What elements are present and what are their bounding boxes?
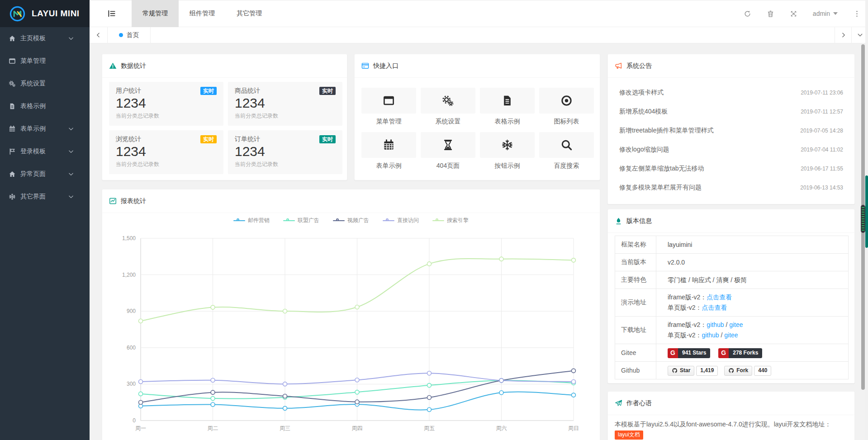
svg-text:周四: 周四 [352, 425, 363, 431]
home-icon [9, 35, 16, 42]
announcement-row: 修复左侧菜单缩放tab无法移动 2019-06-17 11:55 [615, 159, 848, 178]
window-scrollbar[interactable] [865, 0, 868, 440]
main-content: 数据统计 用户统计 实时 1234 当前分类总记录数 商品统计 实时 1234 … [90, 43, 868, 440]
announcement-text: 修改logo缩放问题 [619, 146, 669, 154]
stat-label: 订单统计 [235, 135, 260, 143]
sidebar-item-登录模板[interactable]: 登录模板 [0, 140, 90, 163]
quick-entry-菜单管理[interactable]: 菜单管理 [361, 88, 416, 126]
quick-entry-表单示例[interactable]: 表单示例 [361, 132, 416, 170]
topbar: 常规管理组件管理其它管理 admin [90, 0, 868, 27]
sidebar-item-label: 登录模板 [20, 147, 74, 156]
sidebar: LAYUI MINI 主页模板 菜单管理 系统设置 表格示例 表单示例 登录模板 [0, 0, 90, 440]
demo-link-iframe[interactable]: 点击查看 [707, 293, 732, 301]
author-header: 作者心语 [608, 392, 854, 415]
quick-entry-404页面[interactable]: 404页面 [421, 132, 475, 170]
sidebar-item-其它界面[interactable]: 其它界面 [0, 185, 90, 208]
sidebar-item-表格示例[interactable]: 表格示例 [0, 95, 90, 118]
snowflake-icon [501, 139, 513, 151]
sidebar-item-label: 系统设置 [20, 80, 74, 88]
content-scrollbar[interactable] [861, 44, 865, 390]
topnav: 常规管理组件管理其它管理 [132, 0, 273, 27]
sidebar-item-主页模板[interactable]: 主页模板 [0, 27, 90, 50]
demo-link-spa[interactable]: 点击查看 [702, 304, 727, 311]
quick-entry-表格示例[interactable]: 表格示例 [480, 88, 535, 126]
table-row: Github Star 1,419 Fork 440 [615, 362, 849, 379]
refresh-icon[interactable] [744, 10, 751, 18]
announcement-row: 修改logo缩放问题 2019-07-04 11:02 [615, 140, 848, 159]
sidebar-item-表单示例[interactable]: 表单示例 [0, 118, 90, 140]
fire-icon [615, 217, 622, 225]
tabbar: 首页 [90, 27, 868, 43]
quick-entry-header: 快捷入口 [355, 54, 600, 78]
card-title: 作者心语 [626, 399, 652, 407]
line-chart-icon [109, 197, 117, 205]
quick-entry-label: 菜单管理 [376, 118, 402, 126]
topnav-tab[interactable]: 组件管理 [179, 0, 226, 27]
sidebar-toggle-icon[interactable] [107, 9, 116, 18]
fullscreen-icon[interactable] [790, 10, 797, 18]
quick-entry-系统设置[interactable]: 系统设置 [421, 88, 475, 126]
quick-entry-label: 图标列表 [554, 118, 579, 126]
stat-badge: 实时 [319, 135, 336, 143]
announcement-text: 新增treetable插件和菜单管理样式 [619, 127, 713, 135]
stat-description: 当前分类总记录数 [116, 161, 217, 168]
gitee-forks-badge[interactable]: G278 Forks [718, 348, 762, 358]
download-gitee-link[interactable]: gitee [729, 321, 743, 328]
sidebar-item-label: 表格示例 [20, 102, 74, 110]
sidebar-menu: 主页模板 菜单管理 系统设置 表格示例 表单示例 登录模板 [0, 27, 90, 208]
svg-text:900: 900 [127, 308, 136, 314]
github-star-button[interactable]: Star 1,419 [668, 366, 718, 376]
tab-home[interactable]: 首页 [108, 27, 151, 43]
announcement-text: 修复多模块菜单栏展开有问题 [619, 184, 702, 192]
layui-doc-badge[interactable]: layui文档 [615, 431, 643, 440]
snowflake-icon [9, 193, 16, 200]
sidebar-item-系统设置[interactable]: 系统设置 [0, 72, 90, 95]
username: admin [813, 10, 830, 17]
active-tab-dot [119, 33, 123, 37]
download-gitee-link[interactable]: gitee [724, 331, 738, 339]
topnav-tab[interactable]: 常规管理 [132, 0, 179, 27]
sidebar-item-label: 表单示例 [20, 125, 74, 133]
quick-entry-按钮示例[interactable]: 按钮示例 [480, 132, 535, 170]
row-label: Gitee [615, 344, 656, 362]
announcement-time: 2019-07-05 14:28 [800, 128, 843, 134]
quick-entry-label: 404页面 [436, 162, 460, 170]
stat-value: 1234 [235, 144, 336, 159]
version-table: 框架名称 layuimini 当前版本 v2.0.0 主要特色 零门槛 / 响应… [615, 236, 849, 379]
announcement-row: 修改选项卡样式 2019-07-11 23:06 [615, 83, 848, 102]
github-star-count: 1,419 [696, 366, 718, 376]
gitee-logo: G [668, 348, 678, 358]
github-fork-button[interactable]: Fork 440 [724, 366, 771, 376]
sidebar-item-label: 其它界面 [20, 193, 74, 201]
github-icon [728, 368, 734, 374]
gitee-stars-badge[interactable]: G941 Stars [668, 348, 710, 358]
dot-circle-icon [560, 95, 573, 107]
quick-entry-图标列表[interactable]: 图标列表 [539, 88, 594, 126]
topnav-tab[interactable]: 其它管理 [226, 0, 273, 27]
clear-cache-trash-icon[interactable] [767, 10, 774, 18]
topbar-actions: admin [744, 10, 868, 18]
table-row: 当前版本 v2.0.0 [615, 254, 849, 271]
svg-text:300: 300 [127, 381, 136, 387]
more-options-icon[interactable] [853, 10, 861, 18]
download-github-link[interactable]: github [702, 331, 719, 339]
sidebar-item-菜单管理[interactable]: 菜单管理 [0, 50, 90, 72]
version-number: v2.0.0 [656, 254, 849, 271]
app-logo[interactable]: LAYUI MINI [0, 0, 90, 27]
stat-box: 浏览统计 实时 1234 当前分类总记录数 [109, 130, 223, 174]
content-scrollbar-thumb[interactable] [861, 205, 865, 233]
download-github-link[interactable]: github [707, 321, 724, 328]
svg-text:周日: 周日 [568, 425, 579, 431]
gitee-logo: G [718, 348, 729, 358]
chevron-down-icon [68, 148, 74, 155]
svg-text:1,200: 1,200 [122, 272, 136, 278]
announcement-row: 新增treetable插件和菜单管理样式 2019-07-05 14:28 [615, 121, 848, 140]
quick-entry-百度搜索[interactable]: 百度搜索 [539, 132, 594, 170]
sidebar-item-异常页面[interactable]: 异常页面 [0, 163, 90, 185]
tab-scroll-left-icon[interactable] [90, 27, 108, 43]
tab-scroll-right-icon[interactable] [835, 27, 851, 43]
user-dropdown[interactable]: admin [813, 10, 838, 17]
announcements-header: 系统公告 [608, 54, 854, 78]
window-scrollbar-thumb[interactable] [865, 175, 868, 248]
caret-down-icon [833, 12, 838, 15]
